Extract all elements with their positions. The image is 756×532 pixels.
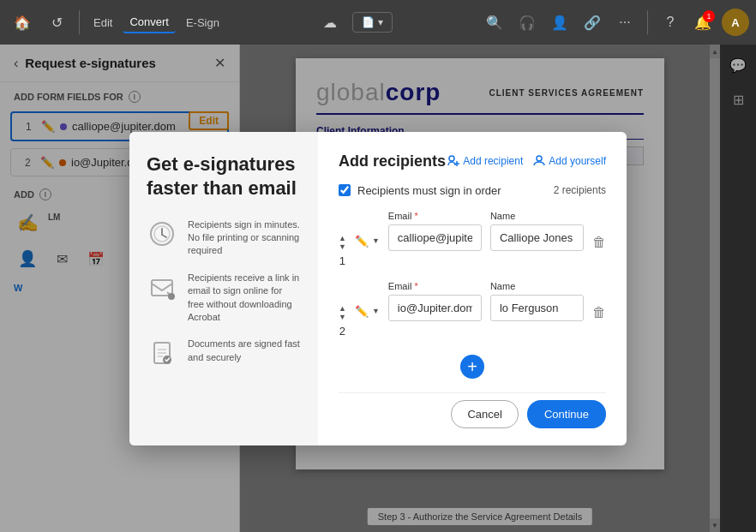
rfr-2-up-button[interactable]: ▲ bbox=[339, 305, 346, 313]
continue-button[interactable]: Continue bbox=[527, 400, 606, 428]
recipient-form-2: ▲ ▼ 2 ✏️ ▼ Email * bbox=[339, 281, 606, 339]
help-button[interactable]: ? bbox=[657, 9, 684, 36]
modal-promo-title: Get e-signatures faster than email bbox=[147, 152, 301, 201]
headphones-button[interactable]: 🎧 bbox=[513, 9, 541, 36]
rfr-1-up-button[interactable]: ▲ bbox=[339, 235, 346, 242]
mail-icon bbox=[147, 272, 177, 302]
rfr-1-name-input[interactable] bbox=[490, 224, 584, 251]
modal-promo-item-3: Documents are signed fast and securely bbox=[147, 338, 301, 368]
add-more-row: + bbox=[339, 355, 606, 379]
toolbar-center: ☁ 📄 ▾ bbox=[226, 7, 481, 38]
email-required-marker-2: * bbox=[414, 281, 417, 291]
notification-button[interactable]: 🔔 1 bbox=[689, 9, 717, 36]
modal-footer: Cancel Continue bbox=[339, 392, 606, 428]
rfr-1-email-group: Email * bbox=[388, 211, 482, 251]
rfr-2-delete-button[interactable]: 🗑 bbox=[592, 281, 606, 320]
modal-promo-item-2: Recipients receive a link in email to si… bbox=[147, 272, 301, 325]
add-yourself-button[interactable]: Add yourself bbox=[533, 155, 606, 167]
notification-badge: 1 bbox=[703, 10, 715, 22]
rfr-1-icons: ✏️ ▼ bbox=[355, 211, 380, 248]
svg-line-3 bbox=[162, 235, 166, 237]
modal-header-actions: Add recipient Add yourself bbox=[447, 155, 606, 167]
toolbar-left: 🏠 ↺ Edit Convert E-Sign bbox=[7, 7, 226, 38]
rfr-2-email-input[interactable] bbox=[388, 295, 482, 321]
svg-point-15 bbox=[537, 156, 542, 161]
modal-promo-item-1: Recipients sign in minutes. No file prin… bbox=[147, 218, 301, 258]
rfr-2-down-button[interactable]: ▼ bbox=[339, 314, 346, 321]
rfr-1-number-area: ▲ ▼ 1 bbox=[339, 211, 346, 269]
separator-1 bbox=[79, 10, 80, 34]
modal-title: Add recipients bbox=[339, 152, 446, 170]
separator-2 bbox=[647, 10, 648, 34]
modal-promo-text-1: Recipients sign in minutes. No file prin… bbox=[188, 218, 301, 258]
rfr-2-fields: Email * Name bbox=[388, 281, 584, 321]
add-yourself-label: Add yourself bbox=[549, 155, 606, 167]
rfr-1-email-label: Email * bbox=[388, 211, 482, 221]
recipient-form-1: ▲ ▼ 1 ✏️ ▼ Email * bbox=[339, 211, 606, 269]
email-label-text: Email bbox=[388, 211, 412, 221]
cancel-button[interactable]: Cancel bbox=[451, 400, 518, 428]
home-button[interactable]: 🏠 bbox=[7, 7, 38, 38]
rfr-1-expand-icon[interactable]: ▼ bbox=[372, 237, 380, 245]
toolbar-right: 🔍 🎧 👤 🔗 ··· ? 🔔 1 A bbox=[481, 9, 749, 36]
convert-menu[interactable]: Convert bbox=[123, 12, 176, 33]
rfr-2-edit-icon[interactable]: ✏️ bbox=[355, 305, 369, 318]
email-label-text-2: Email bbox=[388, 281, 412, 291]
edit-menu[interactable]: Edit bbox=[87, 13, 119, 33]
file-button[interactable]: 📄 ▾ bbox=[352, 12, 393, 33]
avatar-button[interactable]: A bbox=[722, 9, 749, 36]
modal-header: Add recipients Add recipient bbox=[339, 152, 606, 170]
rfr-2-expand-icon[interactable]: ▼ bbox=[372, 308, 380, 315]
rfr-1-delete-button[interactable]: 🗑 bbox=[592, 211, 606, 250]
recipients-count: 2 recipients bbox=[554, 184, 606, 196]
search-button[interactable]: 🔍 bbox=[481, 9, 508, 36]
rfr-1-edit-icon[interactable]: ✏️ bbox=[355, 235, 369, 248]
file-icon: 📄 bbox=[362, 16, 375, 28]
modal-left-panel: Get e-signatures faster than email Recip… bbox=[129, 132, 318, 445]
rfr-2-email-label: Email * bbox=[388, 281, 482, 291]
doc-secure-icon bbox=[147, 338, 177, 368]
rfr-1-num: 1 bbox=[339, 254, 345, 267]
add-more-button[interactable]: + bbox=[460, 355, 484, 379]
rfr-2-arrows: ▲ ▼ bbox=[339, 305, 346, 321]
modal-dialog: Get e-signatures faster than email Recip… bbox=[129, 132, 627, 445]
rfr-1-name-group: Name bbox=[490, 211, 584, 251]
modal-overlay: Get e-signatures faster than email Recip… bbox=[0, 45, 756, 532]
back-button[interactable]: ↺ bbox=[41, 7, 72, 38]
rfr-2-icons: ✏️ ▼ bbox=[355, 281, 380, 318]
rfr-1-down-button[interactable]: ▼ bbox=[339, 243, 346, 251]
clock-icon bbox=[147, 218, 177, 249]
add-recipient-label: Add recipient bbox=[463, 155, 523, 167]
modal-promo-text-3: Documents are signed fast and securely bbox=[188, 338, 301, 364]
more-button[interactable]: ··· bbox=[611, 9, 639, 36]
esign-menu[interactable]: E-Sign bbox=[179, 13, 226, 33]
rfr-2-name-group: Name bbox=[490, 281, 584, 321]
user-button[interactable]: 👤 bbox=[546, 9, 573, 36]
rfr-1-name-label: Name bbox=[490, 211, 584, 221]
svg-point-6 bbox=[168, 293, 175, 300]
rfr-2-email-group: Email * bbox=[388, 281, 482, 321]
add-recipient-button[interactable]: Add recipient bbox=[447, 155, 523, 167]
svg-point-12 bbox=[449, 156, 454, 161]
rfr-1-arrows: ▲ ▼ bbox=[339, 235, 346, 251]
link-button[interactable]: 🔗 bbox=[579, 9, 606, 36]
cloud-button[interactable]: ☁ bbox=[315, 7, 345, 38]
rfr-2-num: 2 bbox=[339, 325, 345, 338]
sign-order-checkbox[interactable] bbox=[339, 184, 351, 196]
email-required-marker: * bbox=[414, 211, 417, 221]
file-dropdown-icon: ▾ bbox=[378, 16, 383, 28]
modal-right-panel: Add recipients Add recipient bbox=[318, 132, 627, 445]
rfr-1-email-input[interactable] bbox=[388, 224, 482, 251]
sign-order-row: Recipients must sign in order 2 recipien… bbox=[339, 184, 606, 197]
rfr-2-number-area: ▲ ▼ 2 bbox=[339, 281, 346, 339]
toolbar: 🏠 ↺ Edit Convert E-Sign ☁ 📄 ▾ 🔍 🎧 👤 🔗 ··… bbox=[0, 0, 756, 45]
modal-promo-text-2: Recipients receive a link in email to si… bbox=[188, 272, 301, 325]
main-area: ‹ Request e-signatures ✕ ADD FORM FIELDS… bbox=[0, 45, 756, 532]
rfr-2-name-label: Name bbox=[490, 281, 584, 291]
rfr-2-name-input[interactable] bbox=[490, 295, 584, 321]
sign-order-label: Recipients must sign in order bbox=[357, 184, 501, 197]
rfr-1-fields: Email * Name bbox=[388, 211, 584, 251]
